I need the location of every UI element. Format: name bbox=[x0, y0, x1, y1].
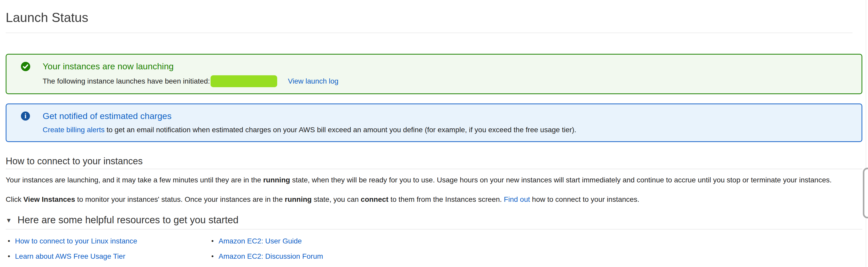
inline-link[interactable]: Find out bbox=[504, 195, 530, 203]
resources-heading: Here are some helpful resources to get y… bbox=[18, 215, 239, 225]
connect-paragraph-1: Your instances are launching, and it may… bbox=[6, 175, 862, 186]
resources-column-2: Amazon EC2: User Guide Amazon EC2: Discu… bbox=[209, 237, 323, 267]
create-billing-alerts-link[interactable]: Create billing alerts bbox=[43, 126, 104, 134]
launch-status-page: Launch Status Your instances are now lau… bbox=[0, 0, 868, 267]
triangle-down-icon: ▼ bbox=[6, 216, 12, 223]
text-segment: how to connect to your instances. bbox=[530, 195, 640, 203]
info-alert: i Get notified of estimated charges Crea… bbox=[6, 104, 862, 142]
info-circle-icon: i bbox=[21, 111, 30, 121]
list-item: Learn about AWS Free Usage Tier bbox=[6, 252, 209, 261]
bold-text: connect bbox=[361, 195, 388, 203]
linux-instance-connect-link[interactable]: How to connect to your Linux instance bbox=[15, 237, 137, 245]
ec2-discussion-forum-link[interactable]: Amazon EC2: Discussion Forum bbox=[219, 252, 323, 260]
text-segment: state, you can bbox=[312, 195, 361, 203]
success-alert-title: Your instances are now launching bbox=[43, 61, 854, 72]
bold-text: View Instances bbox=[23, 195, 75, 203]
list-item: Amazon EC2: User Guide bbox=[209, 237, 323, 245]
list-item: How to connect to your Linux instance bbox=[6, 237, 209, 245]
page-title: Launch Status bbox=[6, 10, 862, 25]
connect-paragraph-2: Click View Instances to monitor your ins… bbox=[6, 194, 862, 205]
scrollbar-thumb[interactable] bbox=[863, 168, 868, 218]
scrollbar-track bbox=[866, 0, 866, 267]
resources-column-1: How to connect to your Linux instance Le… bbox=[6, 237, 209, 267]
info-icon-wrap: i bbox=[21, 110, 30, 135]
info-alert-content: Get notified of estimated charges Create… bbox=[43, 110, 854, 135]
success-alert-body-text: The following instance launches have bee… bbox=[43, 77, 210, 85]
text-segment: state, when they will be ready for you t… bbox=[290, 176, 832, 184]
success-icon-wrap bbox=[21, 61, 30, 87]
bold-text: running bbox=[285, 195, 312, 203]
list-item: Amazon EC2: Discussion Forum bbox=[209, 252, 323, 261]
text-segment: to monitor your instances' status. Once … bbox=[75, 195, 285, 203]
success-alert: Your instances are now launching The fol… bbox=[6, 54, 862, 95]
connect-section-heading: How to connect to your instances bbox=[6, 156, 862, 167]
info-alert-body: Create billing alerts to get an email no… bbox=[43, 125, 854, 135]
text-segment: Click bbox=[6, 195, 23, 203]
resources-disclosure-toggle[interactable]: ▼ Here are some helpful resources to get… bbox=[6, 215, 862, 229]
resources-divider bbox=[6, 229, 862, 230]
resources-link-columns: How to connect to your Linux instance Le… bbox=[6, 237, 862, 267]
check-circle-icon bbox=[21, 62, 30, 71]
success-alert-body: The following instance launches have bee… bbox=[43, 75, 854, 87]
ec2-user-guide-link[interactable]: Amazon EC2: User Guide bbox=[219, 237, 302, 245]
instance-id-redaction bbox=[211, 75, 277, 87]
title-divider bbox=[6, 33, 852, 33]
text-segment: Your instances are launching, and it may… bbox=[6, 176, 263, 184]
free-usage-tier-link[interactable]: Learn about AWS Free Usage Tier bbox=[15, 252, 125, 260]
text-segment: to them from the Instances screen. bbox=[389, 195, 504, 203]
success-alert-content: Your instances are now launching The fol… bbox=[43, 61, 854, 87]
bold-text: running bbox=[263, 176, 290, 184]
info-alert-title: Get notified of estimated charges bbox=[43, 110, 854, 122]
connect-heading-divider bbox=[6, 169, 862, 169]
view-launch-log-link[interactable]: View launch log bbox=[288, 77, 339, 85]
info-alert-body-text: to get an email notification when estima… bbox=[104, 126, 576, 134]
